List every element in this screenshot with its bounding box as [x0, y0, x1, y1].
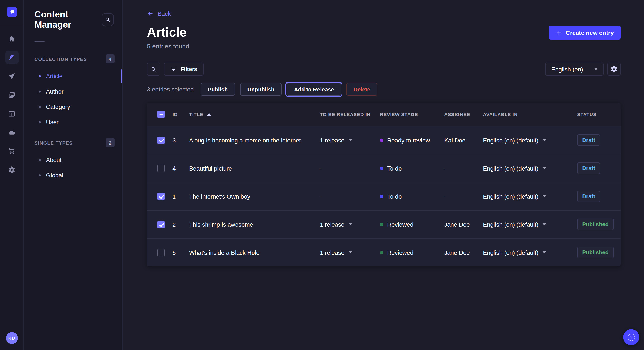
cell-review-stage: Ready to review	[380, 137, 444, 144]
stage-dot-icon	[380, 167, 383, 170]
locale-dropdown[interactable]: English (en) (default)	[483, 249, 577, 256]
rail-content-manager-button[interactable]	[5, 51, 18, 64]
select-all-checkbox[interactable]	[157, 111, 165, 118]
column-header-release: TO BE RELEASED IN	[320, 112, 380, 117]
chevron-down-icon	[348, 251, 352, 253]
status-badge: Published	[577, 219, 614, 230]
cell-assignee: Jane Doe	[444, 249, 483, 256]
sidebar-item-category[interactable]: Category	[24, 99, 122, 114]
sidebar-item-about[interactable]: About	[24, 152, 122, 168]
column-header-stage: REVIEW STAGE	[380, 112, 444, 117]
rail-home-button[interactable]	[5, 32, 18, 45]
user-avatar[interactable]: KD	[6, 332, 18, 344]
sidebar-item-article[interactable]: Article	[24, 68, 122, 84]
cell-review-stage: Reviewed	[380, 221, 444, 228]
settings-button[interactable]	[607, 62, 620, 76]
stage-dot-icon	[380, 251, 383, 254]
home-icon	[8, 35, 16, 43]
filters-button[interactable]: Filters	[164, 62, 204, 76]
layout-icon	[8, 110, 16, 118]
table-row[interactable]: 2This shrimp is awesome1 releaseReviewed…	[147, 210, 620, 238]
locale-dropdown[interactable]: English (en) (default)	[483, 221, 577, 228]
sidebar-section-label: SINGLE TYPES	[34, 140, 72, 145]
table-row[interactable]: 5What's inside a Black Hole1 releaseRevi…	[147, 238, 620, 266]
release-dropdown[interactable]: 1 release	[320, 249, 380, 256]
rail-content-type-builder-button[interactable]	[5, 107, 18, 120]
media-icon	[8, 91, 16, 99]
rail-marketplace-button[interactable]	[5, 144, 18, 158]
stage-dot-icon	[380, 223, 383, 226]
cell-title: This shrimp is awesome	[189, 221, 320, 228]
entries-count: 5 entries found	[147, 42, 189, 50]
delete-button[interactable]: Delete	[346, 83, 377, 96]
row-checkbox[interactable]	[157, 249, 165, 256]
strapi-logo[interactable]	[6, 7, 17, 17]
chevron-down-icon	[348, 223, 352, 225]
divider	[34, 41, 45, 42]
locale-select[interactable]: English (en)	[546, 62, 604, 76]
filter-icon	[170, 66, 177, 72]
rail-settings-button[interactable]	[5, 163, 18, 176]
feather-icon	[8, 53, 16, 61]
help-button[interactable]: ?	[623, 329, 639, 345]
chevron-down-icon	[543, 167, 546, 169]
column-header-id[interactable]: ID	[172, 112, 189, 117]
chevron-down-icon	[348, 139, 352, 141]
sidebar-item-label: Global	[46, 172, 63, 178]
cell-id: 2	[172, 221, 189, 228]
cart-icon	[8, 147, 16, 155]
column-header-title[interactable]: TITLE	[189, 112, 320, 117]
cell-assignee: Jane Doe	[444, 221, 483, 228]
sort-asc-icon	[207, 113, 211, 116]
column-header-assignee: ASSIGNEE	[444, 112, 483, 117]
sidebar-section: COLLECTION TYPES4ArticleAuthorCategoryUs…	[24, 52, 122, 130]
sidebar-search-button[interactable]	[102, 13, 114, 26]
status-badge: Draft	[577, 190, 600, 202]
row-checkbox[interactable]	[157, 192, 165, 200]
bullet-icon	[39, 174, 41, 176]
locale-dropdown[interactable]: English (en) (default)	[483, 193, 577, 200]
release-dropdown[interactable]: 1 release	[320, 221, 380, 228]
unpublish-button[interactable]: Unpublish	[240, 83, 282, 96]
publish-button[interactable]: Publish	[200, 83, 235, 96]
cell-status: Draft	[577, 190, 620, 202]
chevron-down-icon	[543, 139, 546, 141]
status-badge: Draft	[577, 134, 600, 146]
status-badge: Draft	[577, 163, 600, 174]
row-checkbox[interactable]	[157, 136, 165, 144]
sidebar-item-global[interactable]: Global	[24, 168, 122, 183]
cell-status: Draft	[577, 134, 620, 146]
add-to-release-button[interactable]: Add to Release	[287, 83, 341, 96]
app: KD Content Manager COLLECTION TYPES4Arti…	[0, 0, 644, 350]
cell-review-stage: To do	[380, 165, 444, 172]
row-checkbox[interactable]	[157, 164, 165, 172]
rail-deploy-button[interactable]	[5, 126, 18, 139]
locale-dropdown[interactable]: English (en) (default)	[483, 137, 577, 144]
arrow-left-icon	[147, 10, 154, 17]
cell-assignee: Kai Doe	[444, 137, 483, 144]
bullet-icon	[39, 75, 41, 77]
sidebar-item-user[interactable]: User	[24, 114, 122, 130]
back-link[interactable]: Back	[147, 10, 171, 17]
table-row[interactable]: 3A bug is becoming a meme on the interne…	[147, 126, 620, 154]
cell-review-stage: To do	[380, 193, 444, 200]
create-entry-button[interactable]: Create new entry	[549, 25, 620, 39]
rail-media-library-button[interactable]	[5, 88, 18, 102]
table-row[interactable]: 4Beautiful picture-To do-English (en) (d…	[147, 154, 620, 182]
table-row[interactable]: 1The internet's Own boy-To do-English (e…	[147, 182, 620, 210]
question-icon: ?	[628, 334, 635, 341]
selection-count: 3 entries selected	[147, 86, 194, 93]
cell-status: Draft	[577, 163, 620, 174]
cell-id: 4	[172, 165, 189, 172]
chevron-down-icon	[543, 251, 546, 253]
search-button[interactable]	[147, 62, 160, 76]
rail-releases-button[interactable]	[5, 69, 18, 83]
cell-assignee: -	[444, 165, 483, 172]
gear-icon	[8, 166, 16, 174]
entries-table: IDTITLETO BE RELEASED INREVIEW STAGEASSI…	[147, 103, 620, 266]
sidebar-item-author[interactable]: Author	[24, 84, 122, 99]
row-checkbox[interactable]	[157, 220, 165, 228]
stage-dot-icon	[380, 194, 383, 198]
locale-dropdown[interactable]: English (en) (default)	[483, 165, 577, 172]
release-dropdown[interactable]: 1 release	[320, 137, 380, 144]
